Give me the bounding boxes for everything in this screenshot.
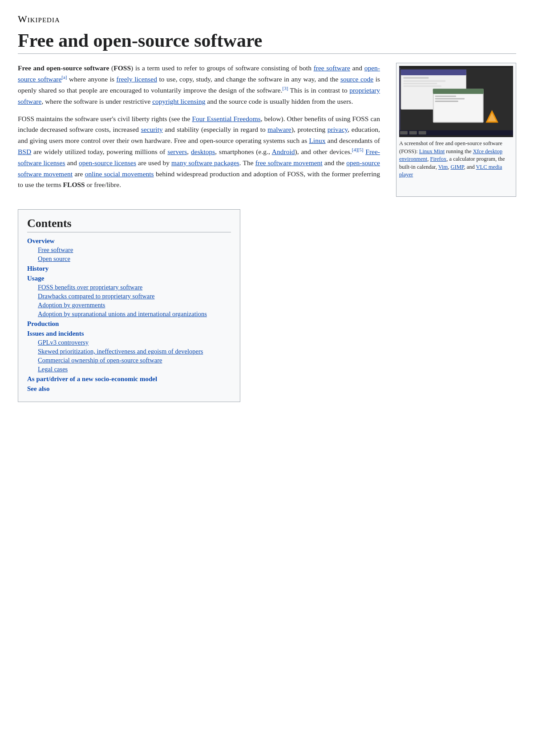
contents-subitem-foss-benefits: FOSS benefits over proprietary software xyxy=(38,283,231,291)
link-four-essential-freedoms[interactable]: Four Essential Freedoms xyxy=(192,115,260,123)
contents-item-see-also: See also xyxy=(27,385,231,393)
contents-link-overview[interactable]: Overview xyxy=(27,237,55,245)
contents-subitem-adoption-supranational: Adoption by supranational unions and int… xyxy=(38,310,231,318)
svg-rect-16 xyxy=(435,101,458,102)
svg-rect-8 xyxy=(403,85,441,87)
link-xfce[interactable]: Xfce desktop environment xyxy=(399,148,502,163)
svg-rect-20 xyxy=(400,131,408,135)
article-text: Free and open-source software (FOSS) is … xyxy=(18,63,380,197)
svg-rect-13 xyxy=(434,94,483,122)
link-android[interactable]: Android xyxy=(272,148,295,156)
contents-subitem-commercial: Commercial ownership of open-source soft… xyxy=(38,356,231,364)
contents-list: Overview Free software Open source Histo… xyxy=(27,237,231,393)
contents-item-issues: Issues and incidents GPLv3 controversy S… xyxy=(27,329,231,373)
link-many-software-packages[interactable]: many software packages xyxy=(171,159,239,167)
page-title: Free and open-source software xyxy=(18,29,516,54)
contents-link-foss-benefits[interactable]: FOSS benefits over proprietary software xyxy=(38,284,142,291)
link-bsd[interactable]: BSD xyxy=(18,148,31,156)
link-vim[interactable]: Vim xyxy=(438,164,448,171)
wikipedia-logo: Wikipedia xyxy=(18,13,516,25)
link-freely-licensed[interactable]: freely licensed xyxy=(117,75,157,83)
contents-subitem-legal: Legal cases xyxy=(38,365,231,373)
svg-rect-12 xyxy=(433,89,484,92)
link-security[interactable]: security xyxy=(141,126,163,134)
contents-box: Contents Overview Free software Open sou… xyxy=(18,209,240,402)
link-online-social-movements[interactable]: online social movements xyxy=(85,170,154,178)
link-free-software[interactable]: free software xyxy=(314,64,350,72)
contents-link-history[interactable]: History xyxy=(27,265,49,272)
contents-item-overview: Overview Free software Open source xyxy=(27,237,231,263)
contents-subitem-skewed: Skewed prioritization, ineffectiveness a… xyxy=(38,347,231,355)
svg-rect-3 xyxy=(401,69,466,72)
infobox-image xyxy=(399,66,513,137)
contents-link-open-source[interactable]: Open source xyxy=(38,255,70,263)
link-linux-mint[interactable]: Linux Mint xyxy=(419,148,445,155)
svg-rect-9 xyxy=(399,68,400,136)
contents-link-commercial[interactable]: Commercial ownership of open-source soft… xyxy=(38,357,162,364)
svg-rect-6 xyxy=(403,81,445,82)
contents-item-socio-economic: As part/driver of a new socio-economic m… xyxy=(27,375,231,383)
contents-sublist-overview: Free software Open source xyxy=(27,246,231,263)
link-servers[interactable]: servers xyxy=(167,148,187,156)
contents-subitem-gplv3: GPLv3 controversy xyxy=(38,338,231,346)
contents-link-issues[interactable]: Issues and incidents xyxy=(27,330,84,337)
svg-rect-14 xyxy=(435,96,456,97)
svg-rect-15 xyxy=(435,98,465,100)
link-free-software-movement[interactable]: free software movement xyxy=(255,159,323,167)
svg-rect-21 xyxy=(409,131,417,135)
link-open-source-licenses[interactable]: open-source licenses xyxy=(79,159,136,167)
contents-sublist-usage: FOSS benefits over proprietary software … xyxy=(27,283,231,318)
svg-rect-22 xyxy=(419,131,426,135)
contents-item-production: Production xyxy=(27,320,231,328)
contents-link-adoption-supranational[interactable]: Adoption by supranational unions and int… xyxy=(38,310,207,318)
contents-subitem-open-source: Open source xyxy=(38,255,231,263)
footnote-45[interactable]: [4][5] xyxy=(352,147,364,153)
contents-link-adoption-governments[interactable]: Adoption by governments xyxy=(38,301,105,309)
contents-subitem-free-software: Free software xyxy=(38,246,231,254)
contents-sublist-issues: GPLv3 controversy Skewed prioritization,… xyxy=(27,338,231,373)
contents-title: Contents xyxy=(27,217,231,232)
contents-link-drawbacks[interactable]: Drawbacks compared to proprietary softwa… xyxy=(38,293,155,300)
link-gimp[interactable]: GIMP xyxy=(451,164,464,171)
svg-rect-7 xyxy=(403,83,437,85)
contents-link-gplv3[interactable]: GPLv3 controversy xyxy=(38,339,89,346)
contents-link-legal[interactable]: Legal cases xyxy=(38,366,68,373)
contents-item-usage: Usage FOSS benefits over proprietary sof… xyxy=(27,274,231,318)
contents-link-usage[interactable]: Usage xyxy=(27,275,44,282)
link-linux[interactable]: Linux xyxy=(309,137,325,145)
contents-link-socio-economic[interactable]: As part/driver of a new socio-economic m… xyxy=(27,375,157,383)
link-source-code[interactable]: source code xyxy=(340,75,373,83)
contents-link-skewed[interactable]: Skewed prioritization, ineffectiveness a… xyxy=(38,348,203,355)
footnote-3[interactable]: [3] xyxy=(283,85,288,91)
contents-link-production[interactable]: Production xyxy=(27,320,59,328)
contents-subitem-adoption-governments: Adoption by governments xyxy=(38,301,231,309)
svg-rect-5 xyxy=(403,77,429,79)
link-malware[interactable]: malware xyxy=(267,126,291,134)
contents-link-see-also[interactable]: See also xyxy=(27,385,49,393)
infobox-caption: A screenshot of free and open-source sof… xyxy=(399,140,513,179)
link-desktops[interactable]: desktops xyxy=(191,148,215,156)
link-copyright-licensing[interactable]: copyright licensing xyxy=(152,98,205,106)
contents-link-free-software[interactable]: Free software xyxy=(38,246,73,254)
link-firefox[interactable]: Firefox xyxy=(430,156,446,163)
footnote-a[interactable]: [a] xyxy=(61,74,67,80)
contents-subitem-drawbacks: Drawbacks compared to proprietary softwa… xyxy=(38,292,231,300)
link-privacy[interactable]: privacy xyxy=(328,126,348,134)
contents-item-history: History xyxy=(27,264,231,272)
infobox: A screenshot of free and open-source sof… xyxy=(396,63,516,197)
